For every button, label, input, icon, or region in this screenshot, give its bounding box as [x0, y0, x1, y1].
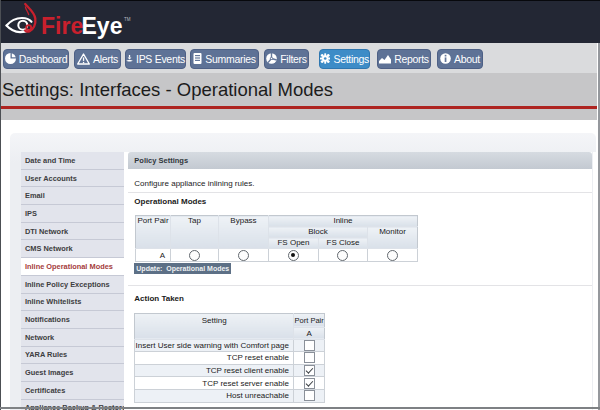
svg-text:Fire: Fire: [41, 13, 83, 39]
svg-text:Eye: Eye: [82, 13, 123, 39]
svg-text:TM: TM: [124, 17, 131, 22]
